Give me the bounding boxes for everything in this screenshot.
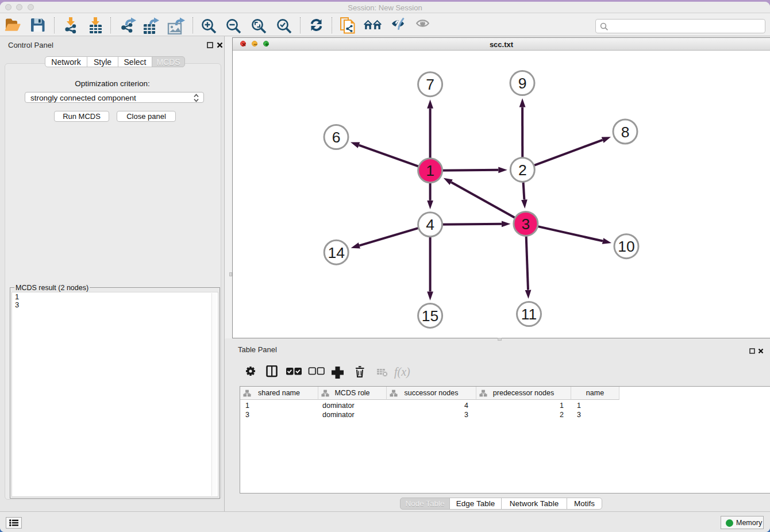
svg-text:11: 11 — [521, 306, 537, 323]
svg-text:1: 1 — [426, 162, 434, 179]
svg-text:f(x): f(x) — [394, 365, 410, 379]
svg-text:6: 6 — [332, 129, 341, 146]
svg-text:2: 2 — [518, 161, 527, 179]
svg-text:7: 7 — [426, 76, 434, 93]
svg-text:14: 14 — [328, 244, 344, 261]
svg-text:8: 8 — [621, 124, 630, 141]
svg-text:3: 3 — [522, 215, 530, 233]
svg-text:9: 9 — [518, 75, 527, 92]
svg-text:10: 10 — [618, 238, 634, 255]
svg-text:4: 4 — [426, 216, 434, 233]
svg-text:15: 15 — [422, 307, 438, 325]
